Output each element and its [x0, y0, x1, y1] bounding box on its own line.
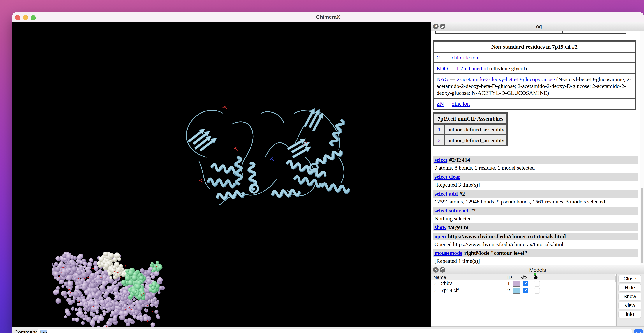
command-result: [Repeated 3 time(s)] — [434, 181, 637, 188]
models-scrollbar-thumb[interactable] — [615, 276, 616, 282]
residue-code-link[interactable]: EDO — [436, 65, 448, 71]
models-body: Name ID — [431, 275, 644, 326]
command-help-link[interactable]: select — [434, 157, 448, 163]
residue-name-link[interactable]: zinc ion — [452, 101, 470, 107]
command-echo-bar: select subtract#2 — [433, 207, 638, 215]
scrolled-table-fragment — [435, 31, 626, 34]
assembly-id-link[interactable]: 2 — [438, 137, 441, 143]
window-title: ChimeraX — [12, 12, 644, 22]
command-history-button[interactable] — [634, 329, 643, 333]
model-selected-checkbox[interactable] — [534, 288, 540, 294]
command-help-link[interactable]: mousemode — [434, 250, 462, 256]
selected-column-hand-icon — [533, 273, 538, 280]
command-help-link[interactable]: open — [434, 233, 446, 239]
model-name: 2bbv — [441, 280, 452, 287]
close-model-button[interactable]: Close — [618, 275, 641, 282]
table-row: EDO — 1,2-ethanediol (ethylene glycol) — [434, 63, 635, 74]
table-row: NAG — 2-acetamido-2-deoxy-beta-D-glucopy… — [434, 74, 635, 98]
table-row: 1 author_defined_assembly — [434, 124, 507, 135]
assemblies-table-title: 7p19.cif mmCIF Assemblies — [434, 113, 507, 124]
model-row[interactable]: › 2bbv 1 ✓ — [431, 280, 616, 287]
model-shown-checkbox[interactable]: ✓ — [523, 281, 528, 286]
command-echo-bar: select#2/E:414 — [433, 156, 638, 164]
command-result: 9 atoms, 8 bonds, 1 residue, 1 model sel… — [434, 164, 637, 171]
disclosure-chevron-icon[interactable]: › — [434, 280, 436, 287]
log-entry: select#2/E:414 9 atoms, 8 bonds, 1 resid… — [433, 156, 638, 173]
residue-code-link[interactable]: NAG — [436, 76, 448, 82]
info-model-button[interactable]: Info — [618, 311, 641, 318]
command-echo-bar: select clear — [433, 173, 638, 181]
command-label: Command: — [14, 329, 40, 333]
window-titlebar: ChimeraX — [12, 12, 644, 22]
residue-name-link[interactable]: 1,2-ethanediol — [456, 65, 488, 71]
model-shown-checkbox[interactable]: ✓ — [523, 288, 528, 293]
residue-code-link[interactable]: CL — [436, 54, 443, 60]
residue-code-link[interactable]: ZN — [436, 101, 444, 107]
command-value-selected-text: log — [40, 330, 48, 333]
disclosure-chevron-icon[interactable]: › — [434, 287, 436, 294]
command-help-link[interactable]: show — [434, 224, 446, 230]
chevron-down-icon — [636, 330, 641, 333]
hide-model-button[interactable]: Hide — [618, 284, 641, 292]
command-echo-bar: showtarget m — [433, 223, 638, 231]
show-model-button[interactable]: Show — [618, 293, 641, 300]
command-result: Opened https://www.rbvi.ucsf.edu/chimera… — [434, 241, 637, 248]
log-entry: select add#2 12591 atoms, 12946 bonds, 9… — [433, 190, 638, 206]
nonstandard-residues-table: Non-standard residues in 7p19.cif #2 CL … — [433, 40, 636, 110]
command-help-link[interactable]: select clear — [434, 174, 460, 180]
side-panel: ✕ Log Non-standard residues in 7p — [431, 22, 644, 327]
column-name-label: Name — [434, 275, 446, 280]
command-help-link[interactable]: select add — [434, 191, 458, 197]
chimerax-window: ChimeraX — [12, 12, 644, 333]
model-name: 7p19.cif — [441, 287, 458, 294]
command-result: [Repeated 1 time(s)] — [434, 257, 637, 265]
table-row: CL — chloride ion — [434, 52, 635, 63]
command-echo-bar: openhttps://www.rbvi.ucsf.edu/chimerax/t… — [433, 233, 638, 240]
model-selected-checkbox[interactable] — [534, 281, 540, 287]
viewport-3d[interactable] — [12, 22, 431, 327]
residue-name-link[interactable]: chloride ion — [452, 54, 478, 60]
residue-name-link[interactable]: 2-acetamido-2-deoxy-beta-D-glucopyranose — [457, 76, 555, 82]
models-buttons-panel: Close Hide Show View Info — [616, 275, 644, 326]
log-entry: select clear [Repeated 3 time(s)] — [433, 173, 638, 190]
table-row: ZN — zinc ion — [434, 98, 635, 109]
model-color-swatch[interactable] — [513, 281, 520, 287]
command-result: 12591 atoms, 12946 bonds, 9 pseudobonds,… — [434, 198, 637, 205]
assembly-id-link[interactable]: 1 — [438, 126, 441, 132]
log-content: Non-standard residues in 7p19.cif #2 CL … — [431, 31, 644, 265]
command-echo-bar: select add#2 — [433, 190, 638, 198]
desktop: { "window": { "title": "ChimeraX" }, "lo… — [0, 0, 644, 333]
sphere-structure-2bbv — [52, 252, 168, 327]
command-result: Nothing selected — [434, 215, 637, 222]
model-id: 2 — [506, 287, 512, 294]
view-model-button[interactable]: View — [618, 302, 641, 309]
models-panel: ✕ Models Name ID — [431, 265, 644, 327]
log-entry: openhttps://www.rbvi.ucsf.edu/chimerax/t… — [433, 233, 638, 249]
model-id: 1 — [506, 280, 512, 287]
ribbon-structure-7p19 — [177, 102, 350, 211]
model-row[interactable]: › 7p19.cif 2 ✓ — [431, 287, 616, 294]
log-panel: ✕ Log Non-standard residues in 7p — [431, 22, 644, 265]
command-input[interactable]: log — [37, 329, 632, 333]
table-row: 2 author_defined_assembly — [434, 135, 507, 146]
mmcif-assemblies-table: 7p19.cif mmCIF Assemblies 1 author_defin… — [433, 112, 508, 146]
models-table-header: Name ID — [431, 275, 616, 280]
log-scrollbar-thumb[interactable] — [641, 188, 643, 263]
log-entry: select subtract#2 Nothing selected — [433, 207, 638, 223]
shown-column-eye-icon — [521, 275, 527, 279]
log-panel-title: Log — [431, 22, 644, 31]
log-entry: mousemoderightMode "contour level" [Repe… — [433, 249, 638, 265]
command-bar: Command: log — [12, 327, 644, 333]
residues-table-title: Non-standard residues in 7p19.cif #2 — [434, 41, 635, 52]
model-color-swatch[interactable] — [513, 288, 520, 294]
log-panel-header: ✕ Log — [431, 22, 644, 31]
column-id-label: ID — [507, 275, 512, 280]
command-help-link[interactable]: select subtract — [434, 208, 468, 214]
command-echo-bar: mousemoderightMode "contour level" — [433, 249, 638, 257]
